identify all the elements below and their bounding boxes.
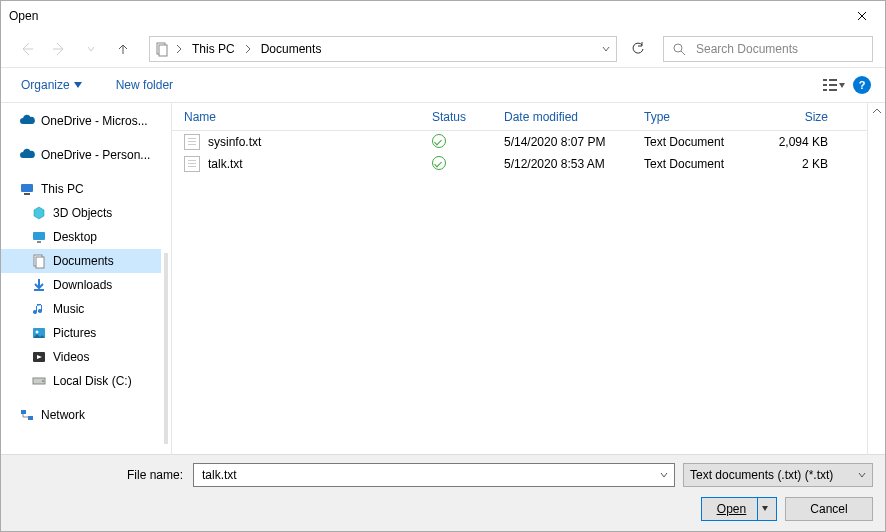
tree-videos[interactable]: Videos — [1, 345, 161, 369]
cube-icon — [31, 205, 47, 221]
textfile-icon — [184, 134, 200, 150]
tree-desktop[interactable]: Desktop — [1, 225, 161, 249]
body: OneDrive - Micros... OneDrive - Person..… — [1, 103, 885, 454]
download-icon — [31, 277, 47, 293]
svg-rect-11 — [33, 232, 45, 240]
cloud-icon — [19, 147, 35, 163]
chevron-right-icon — [245, 44, 251, 54]
splitter[interactable] — [161, 253, 171, 444]
scrollbar[interactable] — [867, 103, 885, 454]
breadcrumb-documents[interactable]: Documents — [257, 40, 326, 58]
file-row[interactable]: talk.txt 5/12/2020 8:53 AM Text Document… — [172, 153, 867, 175]
file-rows: sysinfo.txt 5/14/2020 8:07 PM Text Docum… — [172, 131, 867, 454]
tree-thispc[interactable]: This PC — [1, 177, 161, 201]
filename-input[interactable] — [200, 467, 660, 483]
open-split-dropdown[interactable] — [758, 506, 772, 512]
tree-documents[interactable]: Documents — [1, 249, 161, 273]
open-button[interactable]: Open — [701, 497, 777, 521]
desktop-icon — [31, 229, 47, 245]
column-headers[interactable]: Name Status Date modified Type Size — [172, 103, 867, 131]
svg-rect-4 — [829, 79, 837, 81]
svg-rect-15 — [34, 289, 44, 291]
svg-rect-7 — [823, 89, 827, 91]
navbar: This PC Documents — [1, 31, 885, 67]
search-box[interactable] — [663, 36, 873, 62]
svg-rect-9 — [21, 184, 33, 192]
search-input[interactable] — [694, 41, 864, 57]
chevron-down-icon[interactable] — [602, 45, 610, 53]
arrow-up-icon — [116, 42, 130, 56]
svg-rect-8 — [829, 89, 837, 91]
svg-rect-10 — [24, 193, 30, 195]
pictures-icon — [31, 325, 47, 341]
svg-point-20 — [42, 380, 44, 382]
status-ok-icon — [432, 134, 446, 148]
list-view-icon — [823, 77, 845, 93]
open-dialog: Open This PC Documents — [0, 0, 886, 532]
textfile-icon — [184, 156, 200, 172]
up-button[interactable] — [109, 35, 137, 63]
chevron-down-icon — [87, 45, 95, 53]
back-button[interactable] — [13, 35, 41, 63]
svg-point-17 — [36, 331, 39, 334]
arrow-right-icon — [51, 41, 67, 57]
nav-tree[interactable]: OneDrive - Micros... OneDrive - Person..… — [1, 103, 161, 454]
svg-rect-5 — [823, 84, 827, 86]
tree-pictures[interactable]: Pictures — [1, 321, 161, 345]
svg-rect-14 — [36, 257, 44, 268]
header-type[interactable]: Type — [644, 110, 770, 124]
svg-rect-3 — [823, 79, 827, 81]
tree-onedrive-ms[interactable]: OneDrive - Micros... — [1, 109, 161, 133]
tree-downloads[interactable]: Downloads — [1, 273, 161, 297]
header-name[interactable]: Name — [172, 110, 432, 124]
file-row[interactable]: sysinfo.txt 5/14/2020 8:07 PM Text Docum… — [172, 131, 867, 153]
documents-icon — [31, 253, 47, 269]
chevron-down-icon[interactable] — [660, 471, 668, 479]
tree-3dobjects[interactable]: 3D Objects — [1, 201, 161, 225]
header-date[interactable]: Date modified — [504, 110, 644, 124]
tree-network[interactable]: Network — [1, 403, 161, 427]
tree-onedrive-personal[interactable]: OneDrive - Person... — [1, 143, 161, 167]
pc-icon — [19, 181, 35, 197]
refresh-button[interactable] — [625, 36, 651, 62]
refresh-icon — [631, 42, 645, 56]
address-bar[interactable]: This PC Documents — [149, 36, 617, 62]
close-button[interactable] — [839, 1, 885, 31]
triangle-down-icon — [74, 82, 82, 88]
tree-localdisk[interactable]: Local Disk (C:) — [1, 369, 161, 393]
svg-point-2 — [674, 44, 682, 52]
new-folder-button[interactable]: New folder — [110, 74, 179, 96]
network-icon — [19, 407, 35, 423]
chevron-right-icon — [176, 44, 182, 54]
documents-icon — [154, 41, 170, 57]
chevron-down-icon — [858, 471, 866, 479]
filename-combobox[interactable] — [193, 463, 675, 487]
svg-rect-21 — [21, 410, 26, 414]
svg-rect-12 — [37, 241, 41, 243]
recent-dropdown[interactable] — [77, 35, 105, 63]
arrow-left-icon — [19, 41, 35, 57]
close-icon — [857, 11, 867, 21]
filetype-select[interactable]: Text documents (.txt) (*.txt) — [683, 463, 873, 487]
organize-menu[interactable]: Organize — [15, 74, 88, 96]
footer: File name: Text documents (.txt) (*.txt)… — [1, 454, 885, 531]
music-icon — [31, 301, 47, 317]
window-title: Open — [9, 9, 839, 23]
forward-button[interactable] — [45, 35, 73, 63]
status-ok-icon — [432, 156, 446, 170]
breadcrumb-thispc[interactable]: This PC — [188, 40, 239, 58]
header-status[interactable]: Status — [432, 110, 504, 124]
chevron-up-icon — [872, 107, 882, 115]
help-button[interactable]: ? — [853, 76, 871, 94]
header-size[interactable]: Size — [770, 110, 840, 124]
search-icon — [672, 42, 686, 56]
file-list: Name Status Date modified Type Size sysi… — [171, 103, 867, 454]
cancel-button[interactable]: Cancel — [785, 497, 873, 521]
titlebar: Open — [1, 1, 885, 31]
tree-music[interactable]: Music — [1, 297, 161, 321]
drive-icon — [31, 373, 47, 389]
toolbar: Organize New folder ? — [1, 67, 885, 103]
view-options-button[interactable] — [821, 72, 847, 98]
svg-rect-6 — [829, 84, 837, 86]
svg-rect-1 — [159, 45, 167, 56]
